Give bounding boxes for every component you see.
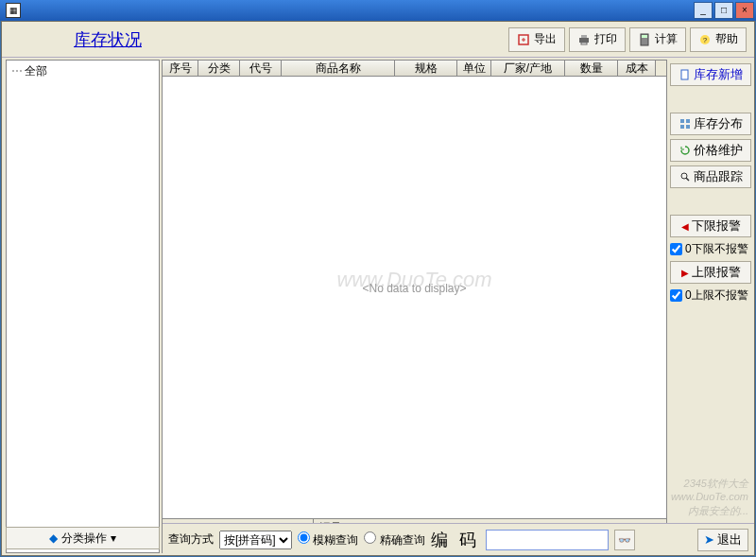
upper-no-alert-checkbox[interactable]: 0上限不报警 (670, 287, 751, 304)
svg-rect-5 (642, 35, 647, 38)
grid-body[interactable]: www.DuoTe.com <No data to display> (162, 77, 667, 519)
svg-line-14 (686, 178, 689, 181)
export-label: 导出 (534, 31, 557, 47)
svg-text:?: ? (703, 36, 708, 44)
help-icon: ? (698, 33, 712, 46)
svg-rect-12 (686, 125, 690, 129)
price-maintain-label: 价格维护 (694, 142, 743, 159)
close-button[interactable]: × (735, 2, 754, 19)
column-header[interactable]: 数量 (565, 61, 618, 76)
svg-rect-2 (581, 35, 587, 38)
column-header[interactable]: 商品名称 (282, 61, 395, 76)
exact-radio-input[interactable] (364, 531, 376, 544)
tree-root-item[interactable]: 全部 (11, 63, 154, 79)
exact-radio[interactable]: 精确查询 (364, 531, 424, 548)
product-trace-button[interactable]: 商品跟踪 (670, 165, 751, 188)
svg-rect-10 (686, 119, 690, 123)
calc-button[interactable]: 计算 (629, 27, 686, 52)
column-header[interactable]: 分类 (198, 61, 240, 76)
stock-distribute-button[interactable]: 库存分布 (670, 113, 751, 135)
stock-distribute-label: 库存分布 (694, 115, 743, 132)
lower-no-alert-input[interactable] (670, 243, 682, 255)
svg-rect-11 (680, 125, 684, 129)
maximize-button[interactable]: □ (714, 2, 733, 19)
document-icon (679, 69, 691, 80)
query-mode-select[interactable]: 按[拼音码] (219, 531, 292, 549)
category-tree[interactable]: 全部 (6, 60, 160, 553)
body-area: 全部 序号分类代号商品名称规格单位厂家/产地数量成本 www.DuoTe.com… (2, 58, 754, 555)
find-button[interactable]: 👓 (614, 530, 635, 550)
column-header[interactable]: 厂家/产地 (491, 61, 565, 76)
dropdown-arrow-icon: ▾ (111, 531, 116, 545)
query-mode-label: 查询方式 (168, 531, 214, 548)
column-header[interactable]: 规格 (395, 61, 457, 76)
svg-rect-9 (680, 119, 684, 123)
triangle-right-icon: ▶ (681, 268, 689, 278)
no-data-text: <No data to display> (362, 282, 466, 295)
category-ops-button[interactable]: ◆ 分类操作 ▾ (6, 527, 160, 549)
svg-rect-1 (579, 38, 589, 43)
column-header[interactable]: 序号 (163, 61, 198, 76)
column-header[interactable]: 代号 (240, 61, 282, 76)
print-label: 打印 (594, 31, 617, 47)
top-toolbar: 库存状况 导出 打印 计算 ? 帮助 (2, 22, 754, 58)
price-maintain-button[interactable]: 价格维护 (670, 139, 751, 162)
titlebar: ▦ _ □ × (0, 0, 756, 21)
fuzzy-label: 模糊查询 (313, 533, 358, 547)
print-icon (577, 33, 591, 46)
svg-rect-8 (681, 70, 688, 79)
export-button[interactable]: 导出 (508, 27, 565, 52)
code-input[interactable] (486, 530, 609, 550)
grid-column: 序号分类代号商品名称规格单位厂家/产地数量成本 www.DuoTe.com <N… (162, 60, 667, 553)
help-label: 帮助 (715, 31, 738, 47)
main-window: 库存状况 导出 打印 计算 ? 帮助 全部 序号分类代号商品名称规格单位厂家/产… (1, 21, 755, 556)
page-title: 库存状况 (74, 28, 142, 51)
bottom-bar: 查询方式 按[拼音码] 模糊查询 精确查询 编 码 👓 ➤ 退出 (163, 523, 754, 555)
fuzzy-radio[interactable]: 模糊查询 (298, 531, 358, 548)
bottom-left-panel: ◆ 分类操作 ▾ (6, 527, 160, 549)
app-icon: ▦ (6, 3, 21, 18)
triangle-left-icon: ◀ (681, 221, 689, 232)
upper-alert-label: 上限报警 (692, 264, 741, 281)
right-panel: 库存新增 库存分布 价格维护 商品跟踪 ◀ 下限报警 0下限不报 (667, 58, 754, 555)
minimize-button[interactable]: _ (694, 2, 713, 19)
diamond-icon: ◆ (49, 531, 58, 545)
column-header[interactable]: 单位 (457, 61, 491, 76)
column-header[interactable]: 成本 (618, 61, 656, 76)
arrow-right-icon: ➤ (704, 532, 714, 547)
exit-button[interactable]: ➤ 退出 (697, 529, 748, 551)
print-button[interactable]: 打印 (569, 27, 626, 52)
lower-alert-label: 下限报警 (692, 218, 741, 235)
stock-add-label: 库存新增 (694, 66, 743, 83)
grid-header: 序号分类代号商品名称规格单位厂家/产地数量成本 (162, 60, 667, 77)
grid-icon (679, 118, 691, 130)
stock-add-button[interactable]: 库存新增 (670, 63, 751, 86)
calc-label: 计算 (655, 31, 678, 47)
lower-no-alert-checkbox[interactable]: 0下限不报警 (670, 241, 751, 257)
code-label: 编 码 (431, 529, 481, 551)
svg-rect-3 (581, 43, 587, 44)
calculator-icon (638, 33, 651, 46)
fuzzy-radio-input[interactable] (298, 531, 310, 544)
binoculars-icon: 👓 (618, 534, 631, 546)
upper-alert-button[interactable]: ▶ 上限报警 (670, 261, 751, 284)
category-ops-label: 分类操作 (61, 531, 107, 547)
product-trace-label: 商品跟踪 (694, 168, 743, 185)
exit-label: 退出 (717, 531, 742, 548)
exact-label: 精确查询 (380, 533, 425, 547)
search-icon (679, 171, 691, 183)
upper-no-alert-label: 0上限不报警 (685, 287, 748, 304)
lower-no-alert-label: 0下限不报警 (685, 241, 748, 257)
refresh-icon (679, 145, 691, 156)
export-icon (517, 33, 530, 46)
help-button[interactable]: ? 帮助 (690, 27, 747, 52)
lower-alert-button[interactable]: ◀ 下限报警 (670, 215, 751, 237)
upper-no-alert-input[interactable] (670, 289, 682, 302)
